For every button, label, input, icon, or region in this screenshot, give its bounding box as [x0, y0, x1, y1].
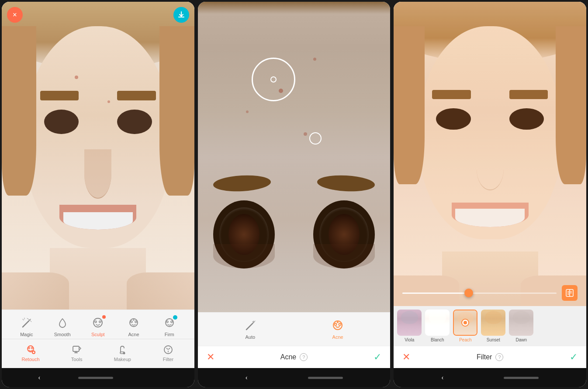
retouch-tab-icon: [24, 344, 37, 356]
peach-label: Peach: [459, 337, 471, 342]
retouch-icon: [25, 344, 36, 355]
filter-help-button[interactable]: ?: [495, 353, 503, 361]
magic-icon-wrap: [20, 316, 34, 330]
phone-nav-3: ‹: [394, 368, 586, 387]
phone-nav-1: ‹: [2, 368, 194, 387]
magic-wand-icon: [21, 317, 32, 329]
panel-retouch: ×: [2, 2, 194, 387]
drop-icon: [57, 317, 68, 329]
svg-point-8: [99, 321, 101, 323]
filter-tab-icon-svg: [163, 344, 173, 355]
filter-blanch[interactable]: Blanch: [424, 310, 450, 342]
sculpt-label: Sculpt: [91, 332, 105, 337]
tab-retouch[interactable]: Retouch: [17, 342, 45, 364]
compare-button[interactable]: [562, 285, 578, 301]
filter-viola[interactable]: Viola: [396, 310, 422, 342]
svg-line-2: [27, 318, 30, 320]
filter-cancel-button[interactable]: ✕: [402, 351, 410, 363]
acne-tool-icon: [128, 317, 140, 329]
acne-confirm-button[interactable]: ✓: [374, 351, 381, 363]
panel-filter: Viola Blanch: [394, 2, 586, 387]
tool-smooth[interactable]: Smooth: [51, 316, 74, 337]
tab-tools[interactable]: Tools: [66, 342, 88, 364]
tool-magic[interactable]: Magic: [15, 316, 38, 337]
svg-point-26: [123, 352, 125, 355]
filter-tab-label: Filter: [163, 357, 173, 362]
tools-tab-label: Tools: [71, 357, 83, 362]
filter-dawn-thumb: [509, 310, 533, 336]
compare-icon: [565, 289, 574, 297]
filter-confirm-button[interactable]: ✓: [570, 351, 578, 363]
svg-point-7: [95, 321, 97, 323]
firm-label: Firm: [165, 332, 174, 337]
home-pill-3[interactable]: [504, 377, 539, 379]
panel-acne: Auto Acne ✕ Acne: [198, 2, 391, 387]
svg-point-15: [171, 321, 173, 323]
makeup-tab-label: Makeup: [114, 357, 131, 362]
smooth-label: Smooth: [54, 332, 71, 337]
home-pill-1[interactable]: [78, 377, 113, 379]
svg-line-33: [254, 321, 255, 322]
acne-active-label: Acne: [332, 334, 343, 340]
makeup-icon: [117, 344, 128, 355]
svg-line-5: [23, 319, 24, 320]
svg-point-14: [166, 321, 168, 323]
filter-viola-thumb: [397, 310, 422, 336]
acne-help-button[interactable]: ?: [300, 353, 308, 361]
filter-peach[interactable]: Peach: [452, 310, 478, 342]
tool-acne[interactable]: Acne: [122, 316, 145, 337]
acne-active-icon-svg: [331, 319, 344, 332]
bottom-tabbar-1: Retouch Tools: [2, 339, 194, 366]
acne-selection-circle-small[interactable]: [309, 132, 322, 145]
back-arrow-3[interactable]: ‹: [441, 374, 443, 382]
filter-action-bar: ✕ Filter ? ✓: [394, 346, 586, 368]
viola-label: Viola: [405, 337, 414, 342]
filter-blanch-thumb: [425, 310, 450, 336]
acne-title: Acne ?: [280, 353, 308, 361]
acne-label: Acne: [128, 332, 139, 337]
photo-area-2: [198, 2, 391, 312]
svg-point-6: [93, 318, 102, 327]
filter-title-text: Filter: [477, 353, 492, 361]
smooth-icon-wrap: [55, 316, 69, 330]
tool-items: Magic Smooth: [2, 314, 194, 339]
back-arrow-1[interactable]: ‹: [38, 374, 40, 382]
tools-icon: [72, 344, 82, 355]
photo-area-1: ×: [2, 2, 194, 310]
svg-line-3: [30, 320, 31, 322]
slider-thumb[interactable]: [464, 289, 473, 297]
close-icon: ×: [13, 10, 17, 20]
tool-firm[interactable]: Firm: [158, 316, 181, 337]
sculpt-badge: [102, 315, 106, 319]
acne-circle-inner: [270, 76, 277, 83]
tool-auto[interactable]: Auto: [239, 319, 262, 340]
acne-selection-circle-large[interactable]: [252, 58, 295, 101]
help-icon-text: ?: [302, 355, 305, 360]
auto-label: Auto: [246, 334, 256, 340]
makeup-tab-icon: [116, 344, 128, 356]
close-button[interactable]: ×: [7, 7, 23, 23]
face-photo-1: [2, 2, 194, 310]
svg-point-17: [28, 347, 30, 349]
acne-tools-row: Auto Acne: [198, 312, 391, 346]
tools-tab-icon: [71, 344, 83, 356]
retouch-tools-bar: Magic Smooth: [2, 310, 194, 368]
phone-nav-2: ‹: [198, 368, 391, 387]
auto-icon: [243, 319, 257, 333]
home-pill-2[interactable]: [308, 377, 343, 379]
svg-point-35: [335, 324, 337, 326]
firm-icon-wrap: [163, 316, 176, 330]
tab-makeup[interactable]: Makeup: [109, 342, 136, 364]
tool-acne-active[interactable]: Acne: [326, 319, 349, 340]
slider-track[interactable]: [402, 293, 557, 294]
filter-sunset[interactable]: Sunset: [480, 310, 506, 342]
zoomed-face-2: [198, 2, 391, 312]
back-arrow-2[interactable]: ‹: [246, 374, 248, 382]
blanch-label: Blanch: [431, 337, 444, 342]
filter-dawn[interactable]: Dawn: [508, 310, 534, 342]
acne-cancel-button[interactable]: ✕: [207, 351, 214, 363]
filter-title: Filter ?: [477, 353, 504, 361]
tab-filter[interactable]: Filter: [157, 342, 180, 364]
save-button[interactable]: [173, 7, 189, 23]
tool-sculpt[interactable]: Sculpt: [86, 316, 109, 337]
